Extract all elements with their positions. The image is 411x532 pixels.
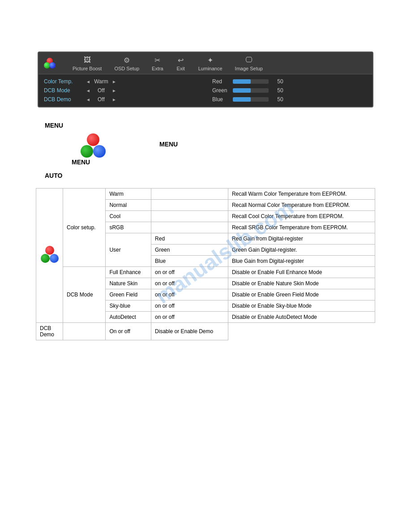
table-cell: Recall Cool Color Temperature from EEPRO…: [228, 211, 375, 222]
osd-row-dcbdemo: DCB Demo ◄ Off ►: [44, 95, 199, 104]
dcbmode-arrow-left[interactable]: ◄: [84, 88, 92, 93]
table-cell: [151, 189, 228, 200]
table-cell: AutoDetect: [106, 312, 151, 323]
table-cell: [151, 211, 228, 222]
luminance-icon: ✦: [206, 55, 215, 65]
reference-table-wrap: Color setup. Warm Recall Warm Color Temp…: [36, 188, 375, 340]
osd-setup-icon: ⚙: [122, 55, 132, 65]
menu-label-2: MENU: [159, 141, 178, 148]
table-cell: Red Gain from Digital-register: [228, 233, 375, 245]
exit-icon: ↩: [176, 55, 186, 65]
color-balls-small: [41, 246, 59, 264]
dcbdemo-label: DCB Demo: [44, 96, 84, 103]
nav-exit[interactable]: ↩ Exit: [176, 55, 186, 71]
nav-osd-setup-label: OSD Setup: [114, 66, 139, 71]
table-cell: Nature Skin: [106, 278, 151, 289]
table-cell: Sky-blue: [106, 300, 151, 312]
table-cell: User: [106, 233, 151, 267]
colortemp-arrow-right[interactable]: ►: [110, 79, 118, 84]
osd-nav: 🖼 Picture Boost ⚙ OSD Setup ✂ Extra ↩ Ex…: [39, 52, 372, 74]
blue-bar-fill: [233, 97, 251, 102]
table-cell: [151, 200, 228, 211]
table-row: DCB Demo On or off Disable or Enable Dem…: [36, 323, 375, 340]
color-balls-large: [81, 133, 106, 159]
osd-channel-green: Green 50: [212, 86, 367, 95]
nav-image-setup[interactable]: 🖵 Image Setup: [235, 55, 263, 71]
osd-controls: Color Temp. ◄ Warm ► DCB Mode ◄ Off ► DC…: [39, 74, 372, 107]
table-cell: [63, 323, 106, 340]
table-cell: on or off: [151, 267, 228, 278]
table-cell: Green: [151, 245, 228, 256]
colortemp-value: Warm: [92, 78, 110, 85]
icon-section: MENU: [36, 133, 375, 159]
table-cell: Green Field: [106, 289, 151, 300]
doc-area: MENU MENU MENU AUTO: [0, 107, 411, 358]
osd-row-colortemp: Color Temp. ◄ Warm ►: [44, 77, 199, 86]
red-bar[interactable]: [233, 79, 269, 84]
dcbdemo-arrow-right[interactable]: ►: [110, 97, 118, 102]
table-cell: Disable or Enable AutoDetect Mode: [228, 312, 375, 323]
red-label: Red: [212, 78, 230, 85]
osd-channel-red: Red 50: [212, 77, 367, 86]
green-bar-fill: [233, 88, 251, 93]
nav-image-setup-label: Image Setup: [235, 66, 263, 71]
table-cell: Recall Warm Color Temperature from EEPRO…: [228, 189, 375, 200]
colortemp-arrow-left[interactable]: ◄: [84, 79, 92, 84]
table-cell: on or off: [151, 312, 228, 323]
blue-value: 50: [271, 96, 289, 103]
dcb-mode-label: DCB Mode: [63, 267, 106, 323]
table-cell: Disable or Enable Full Enhance Mode: [228, 267, 375, 278]
green-label: Green: [212, 87, 230, 94]
table-cell: Cool: [106, 211, 151, 222]
nav-picture-boost[interactable]: 🖼 Picture Boost: [73, 55, 102, 71]
menu-label-3: MENU: [72, 159, 90, 166]
menu-label-1: MENU: [45, 122, 63, 129]
green-value: 50: [271, 87, 289, 94]
osd-left-panel: Color Temp. ◄ Warm ► DCB Mode ◄ Off ► DC…: [44, 77, 199, 104]
table-cell: Normal: [106, 200, 151, 211]
table-cell: Full Enhance: [106, 267, 151, 278]
osd-logo: [44, 58, 57, 69]
table-cell: on or off: [151, 278, 228, 289]
osd-right-panel: Red 50 Green 50 Blue: [212, 77, 367, 104]
table-cell: Blue: [151, 256, 228, 267]
table-cell: Disable or Enable Nature Skin Mode: [228, 278, 375, 289]
table-cell: Warm: [106, 189, 151, 200]
red-bar-fill: [233, 79, 251, 84]
dcbdemo-arrow-left[interactable]: ◄: [84, 97, 92, 102]
dcbmode-value: Off: [92, 87, 110, 94]
red-value: 50: [271, 78, 289, 85]
extra-icon: ✂: [153, 55, 163, 65]
colortemp-label: Color Temp.: [44, 78, 84, 85]
nav-osd-setup[interactable]: ⚙ OSD Setup: [114, 55, 139, 71]
nav-luminance[interactable]: ✦ Luminance: [198, 55, 223, 71]
table-cell: Blue Gain from Digital-register: [228, 256, 375, 267]
image-setup-icon: 🖵: [244, 55, 254, 65]
osd-row-dcbmode: DCB Mode ◄ Off ►: [44, 86, 199, 95]
color-setup-label: Color setup.: [63, 189, 106, 267]
table-cell: Green Gain Digital-register.: [228, 245, 375, 256]
reference-table: Color setup. Warm Recall Warm Color Temp…: [36, 188, 375, 340]
table-cell: Red: [151, 233, 228, 245]
dcbmode-label: DCB Mode: [44, 87, 84, 94]
blue-bar[interactable]: [233, 97, 269, 102]
osd-panel: 🖼 Picture Boost ⚙ OSD Setup ✂ Extra ↩ Ex…: [38, 51, 373, 107]
table-cell: sRGB: [106, 222, 151, 233]
auto-label: AUTO: [45, 172, 62, 179]
dcbmode-arrow-right[interactable]: ►: [110, 88, 118, 93]
dcb-demo-label: DCB Demo: [36, 323, 63, 340]
nav-extra[interactable]: ✂ Extra: [152, 55, 163, 71]
nav-luminance-label: Luminance: [198, 66, 223, 71]
table-cell: Disable or Enable Demo: [151, 323, 228, 340]
green-bar[interactable]: [233, 88, 269, 93]
table-cell: [151, 222, 228, 233]
nav-exit-label: Exit: [177, 66, 185, 71]
table-cell: Recall Normal Color Temperature from EEP…: [228, 200, 375, 211]
table-cell: Disable or Enable Sky-blue Mode: [228, 300, 375, 312]
table-row: DCB Mode Full Enhance on or off Disable …: [36, 267, 375, 278]
picture-boost-icon: 🖼: [82, 55, 92, 65]
table-cell: on or off: [151, 289, 228, 300]
table-cell: On or off: [106, 323, 151, 340]
table-row: Color setup. Warm Recall Warm Color Temp…: [36, 189, 375, 200]
icon-cell: [36, 189, 63, 323]
